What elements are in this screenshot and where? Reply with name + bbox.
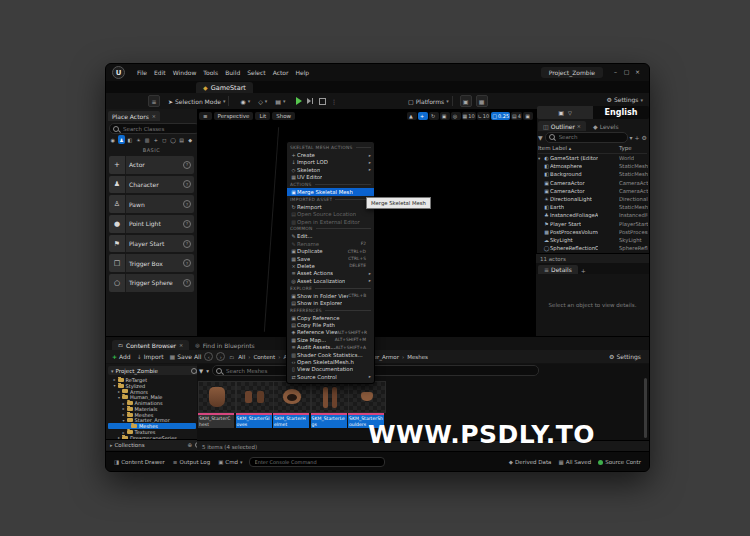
maximize-button[interactable]: ▢ [621,68,632,75]
outliner-row[interactable]: ♣ InstancedFoliageActor InstancedFoliage [538,211,648,219]
outliner-search-input[interactable] [557,133,624,141]
breadcrumb-segment[interactable]: All [238,354,245,360]
content-browser-settings[interactable]: ⚙ Settings [609,353,641,360]
outliner-row[interactable]: ☁ SkyLight SkyLight [538,236,648,244]
actor-type-icon[interactable]: ♙ [109,195,126,213]
context-menu-row[interactable]: ▦ Size Map... ALT+SHIFT+M [287,336,374,343]
help-icon[interactable]: ? [183,220,191,228]
actor-type-icon[interactable]: □ [109,254,126,272]
filter-icon[interactable]: ▼ [538,134,543,141]
settings-dropdown[interactable]: ⚙ Settings ▾ [606,96,643,103]
menu-item[interactable]: Window [173,69,197,76]
filter-icon[interactable]: ▼ [199,368,203,374]
menu-item[interactable]: Actor [273,69,289,76]
scrollbar[interactable] [644,378,647,438]
help-icon[interactable]: ? [183,200,191,208]
place-actor-item[interactable]: ♙ Pawn ? [109,195,194,213]
transform-tool-icon[interactable]: ▣ [440,112,450,120]
breadcrumb-segment[interactable]: Content [245,354,275,360]
asset-thumbnail[interactable] [198,381,236,413]
back-button[interactable]: ‹ [204,352,213,361]
place-actor-item[interactable]: ⚑ Player Start ? [109,235,194,253]
context-menu-row[interactable]: ↻ Reimport [287,203,374,210]
place-actor-item[interactable]: ♟ Character ? [109,176,194,194]
asset-tile[interactable]: SKM_StarterHelmet [273,381,309,428]
platforms-dropdown[interactable]: ▢ Platforms ▾ [408,98,449,105]
actor-category-icon[interactable]: ◯ [169,135,177,144]
actor-category-icon[interactable]: ♟ [118,135,126,144]
actor-category-icon[interactable]: ▤ [178,135,186,144]
transform-tool-icon[interactable]: ▤ 4 [511,112,522,120]
transform-tool-icon[interactable]: + [418,112,428,120]
context-menu-row[interactable]: ▦ UV Editor [287,174,374,181]
asset-tile[interactable]: SKM_StarterGloves [236,381,272,428]
outliner-row[interactable]: ⚑ Player Start PlayerStart [538,220,648,228]
context-menu-row[interactable]: ▤ Show in Explorer [287,299,374,306]
place-actors-tab[interactable]: Place Actors × [108,111,160,121]
outliner-row[interactable]: ◧ Atmosphere StaticMeshActor [538,162,648,170]
output-log-button[interactable]: ≡ Output Log [173,459,210,465]
outliner-column-header[interactable]: Item Label ▴ Type [538,145,647,154]
expand-arrow-icon[interactable]: ▸ [123,430,127,435]
asset-tile[interactable]: SKM_StarterChest [198,381,234,428]
context-menu-row[interactable]: ‹› Open SkeletalMesh.h [287,358,374,365]
toolbar-grid-icon[interactable]: ≡ [148,95,160,107]
gear-icon[interactable]: ⚙ [642,134,647,141]
forward-button[interactable]: › [216,352,225,361]
cinematics-dropdown[interactable]: ▤▾ [275,98,285,105]
selection-mode-dropdown[interactable]: ➤ Selection Mode ▾ [168,98,225,105]
transform-tool-icon[interactable]: ◎ [451,112,461,120]
actor-category-icon[interactable]: ▥ [143,135,151,144]
context-menu-row[interactable]: ◇ Skeleton ▸ [287,166,374,173]
context-menu-row[interactable]: ⇄ Source Control ▸ [287,373,374,380]
console-command-field[interactable] [249,457,385,467]
outliner-row[interactable]: ◯ SphereReflectionCapture SphereReflecti… [538,244,648,252]
add-button[interactable]: + Add [112,353,131,360]
context-menu-row[interactable]: SKELETAL MESH ACTIONS [287,144,374,151]
context-menu-row[interactable]: ▣ Merge Skeletal Mesh [287,188,374,195]
place-actor-item[interactable]: ○ Trigger Sphere ? [109,274,194,292]
context-menu-row[interactable]: ✎ Edit... [287,233,374,240]
expand-arrow-icon[interactable]: ▾ [114,383,118,388]
add-collection-icon[interactable]: ⊕ [187,442,192,448]
transform-tool-icon[interactable]: ▦ 10 [462,112,476,120]
breadcrumb-segment[interactable]: Meshes [399,354,428,360]
place-actor-item[interactable]: + Actor ? [109,156,194,174]
expand-arrow-icon[interactable]: ▸ [123,406,127,411]
context-menu-row[interactable]: ▥ Shader Cook Statistics... [287,351,374,358]
context-menu-row[interactable]: ≡ Asset Actions ▸ [287,270,374,277]
asset-thumbnail[interactable] [311,381,349,413]
context-menu-row[interactable]: ▣ Show in Folder View CTRL+B [287,292,374,299]
context-menu-row[interactable]: IMPORTED ASSET [287,196,374,203]
minimize-button[interactable]: – [610,68,621,75]
folder-tree-row[interactable]: ▾ Stylized [108,383,196,389]
help-icon[interactable]: ? [183,161,191,169]
folder-tree-row[interactable]: ▸ Meshes [108,412,196,418]
source-control-button[interactable]: Source Contr [598,459,641,465]
skip-button[interactable] [307,98,314,104]
transform-tool-icon[interactable]: ↻ [429,112,439,120]
import-button[interactable]: ↓ Import [137,353,164,360]
menu-item[interactable]: Select [247,69,266,76]
outliner-row[interactable]: ◧ Earth StaticMeshActor [538,203,648,211]
search-meshes-input[interactable] [224,367,535,375]
menu-item[interactable]: Tools [203,69,218,76]
expand-arrow-icon[interactable]: ▸ [123,401,127,406]
expand-arrow-icon[interactable]: ▸ [114,377,118,382]
outliner-row[interactable]: ▩ PostProcessVolume PostProcessVolu [538,228,648,236]
close-icon[interactable]: × [152,113,156,119]
menu-item[interactable]: Build [225,69,240,76]
close-button[interactable]: × [632,68,643,75]
outliner-row[interactable]: ▣ CameraActor CameraActor [538,179,648,187]
folder-tree-row[interactable]: ▸ ReTarget [108,377,196,383]
help-icon[interactable]: ? [183,259,191,267]
context-menu-row[interactable]: ◎ Asset Localization ▸ [287,277,374,284]
show-dropdown[interactable]: Show [272,112,295,120]
context-menu-row[interactable]: ▣ Copy Reference [287,314,374,321]
blueprints-dropdown[interactable]: ◇▾ [258,98,267,105]
actor-category-icon[interactable]: ☀ [135,135,143,144]
collections-bar[interactable]: ▸ Collections ⊕ [106,439,205,450]
menu-item[interactable]: Help [296,69,310,76]
context-menu-row[interactable]: ▤ Copy File Path [287,321,374,328]
asset-thumbnail[interactable] [236,381,274,413]
